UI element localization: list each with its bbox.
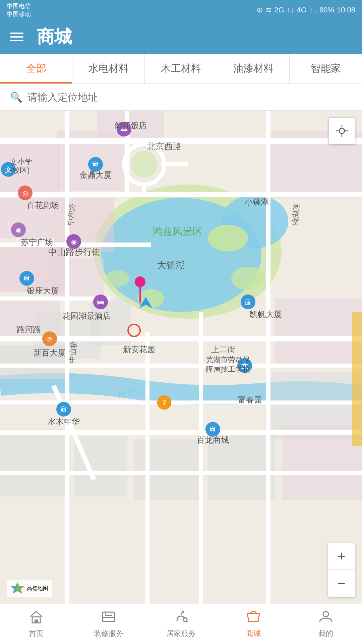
carrier-info: 中国电信 中国移动 — [7, 2, 31, 18]
gaode-icon — [11, 582, 24, 595]
zoom-out-button[interactable]: − — [328, 570, 355, 597]
svg-rect-21 — [275, 299, 362, 366]
svg-text:◉: ◉ — [16, 226, 21, 234]
nav-home-label: 首页 — [29, 629, 44, 639]
svg-text:苏宁广场: 苏宁广场 — [21, 237, 53, 247]
svg-rect-23 — [0, 429, 67, 496]
svg-text:北京西路: 北京西路 — [147, 141, 182, 151]
signal-bars-2-icon: ↑↓ — [309, 6, 317, 14]
svg-point-8 — [106, 270, 129, 287]
nav-mine[interactable]: 我的 — [290, 604, 362, 644]
bottom-nav: 首页 装修服务 居家服务 — [0, 604, 362, 644]
tab-water[interactable]: 水电材料 — [72, 54, 145, 84]
mine-icon — [318, 609, 333, 627]
svg-text:文小学: 文小学 — [10, 158, 32, 166]
gaode-text: 高德地图 — [27, 585, 48, 592]
locate-button[interactable] — [328, 117, 355, 144]
nav-home[interactable]: 首页 — [0, 604, 72, 644]
svg-text:银座大厦: 银座大厦 — [26, 286, 59, 295]
nav-home-service[interactable]: 居家服务 — [145, 604, 217, 644]
tab-wood[interactable]: 木工材料 — [145, 54, 217, 84]
svg-line-125 — [186, 621, 188, 622]
svg-text:上二街: 上二街 — [211, 345, 235, 354]
header: 商城 — [0, 20, 362, 54]
nav-home-service-label: 居家服务 — [166, 629, 196, 639]
search-input[interactable] — [27, 92, 352, 103]
category-tabs: 全部 水电材料 木工材料 油漆材料 智能家 — [0, 54, 362, 84]
wifi-icon: ≋ — [265, 6, 272, 14]
svg-marker-117 — [17, 582, 24, 594]
hamburger-menu[interactable] — [10, 33, 23, 41]
svg-rect-25 — [134, 439, 201, 500]
svg-text:◎: ◎ — [22, 190, 28, 197]
map-container[interactable]: 🛏 文 🏛 ◎ ◉ ◉ 🏛 🛏 🏛 🛍 文 🏛 — [0, 111, 362, 604]
svg-rect-120 — [35, 620, 38, 623]
status-icons: ⊕ ≋ 2G ↑↓ 4G ↑↓ 80% 10:08 — [257, 6, 355, 14]
signal-bars-icon: ↑↓ — [287, 6, 294, 14]
svg-text:路河路: 路河路 — [17, 325, 41, 334]
status-bar: 中国电信 中国移动 ⊕ ≋ 2G ↑↓ 4G ↑↓ 80% 10:08 — [0, 0, 362, 20]
map-svg: 🛏 文 🏛 ◎ ◉ ◉ 🏛 🛏 🏛 🛍 文 🏛 — [0, 111, 362, 604]
signal-icon: ⊕ — [257, 6, 263, 14]
svg-text:🏛: 🏛 — [209, 426, 216, 433]
svg-text:🏛: 🏛 — [23, 275, 30, 282]
svg-text:百花剧场: 百花剧场 — [27, 201, 59, 210]
svg-text:(校区): (校区) — [10, 166, 30, 174]
home-icon — [29, 609, 44, 627]
svg-rect-121 — [103, 612, 115, 622]
network-2g-icon: 2G — [274, 6, 284, 14]
search-bar: 🔍 — [0, 84, 362, 111]
svg-text:水木年华: 水木年华 — [48, 417, 80, 426]
svg-text:金鼎大厦: 金鼎大厦 — [79, 170, 112, 179]
svg-text:大镜湖: 大镜湖 — [157, 260, 185, 270]
svg-text:中山路步行街: 中山路步行街 — [48, 247, 101, 257]
svg-point-5 — [208, 225, 248, 252]
svg-text:🏛: 🏛 — [245, 299, 251, 306]
gaode-logo: 高德地图 — [7, 580, 52, 597]
svg-marker-118 — [11, 582, 17, 594]
svg-point-127 — [323, 611, 328, 617]
home-service-icon — [174, 609, 188, 627]
svg-point-81 — [139, 302, 141, 305]
svg-point-126 — [182, 611, 184, 613]
tab-paint[interactable]: 油漆材料 — [217, 54, 290, 84]
zoom-controls: + − — [328, 543, 355, 597]
svg-text:凯帆大厦: 凯帆大厦 — [250, 310, 282, 319]
nav-shop[interactable]: 商城 — [217, 604, 290, 644]
svg-rect-110 — [352, 312, 362, 446]
svg-text:🏛: 🏛 — [60, 406, 67, 413]
svg-rect-27 — [282, 426, 362, 500]
nav-decor-label: 装修服务 — [94, 629, 123, 639]
svg-point-79 — [135, 276, 145, 287]
svg-text:芜湖市劳动保: 芜湖市劳动保 — [206, 356, 250, 364]
search-icon: 🔍 — [10, 91, 22, 103]
svg-text:小镜湖: 小镜湖 — [245, 197, 269, 206]
svg-text:鸿兹风景区: 鸿兹风景区 — [153, 226, 203, 237]
zoom-in-button[interactable]: + — [328, 543, 355, 570]
svg-text:新安花园: 新安花园 — [123, 345, 155, 354]
svg-point-45 — [131, 151, 158, 178]
svg-text:🛍: 🛍 — [46, 335, 53, 343]
svg-text:7: 7 — [162, 399, 166, 407]
tab-all[interactable]: 全部 — [0, 54, 72, 84]
tab-smart[interactable]: 智能家 — [290, 54, 362, 84]
svg-text:障局技工学校: 障局技工学校 — [206, 365, 250, 373]
nav-shop-label: 商城 — [246, 629, 261, 639]
nav-mine-label: 我的 — [318, 629, 333, 639]
svg-point-6 — [231, 267, 265, 290]
svg-text:鸽江饭店: 鸽江饭店 — [115, 121, 147, 130]
svg-text:新百大厦: 新百大厦 — [34, 348, 66, 357]
svg-text:花园湖景酒店: 花园湖景酒店 — [62, 311, 111, 320]
svg-text:◉: ◉ — [71, 238, 77, 246]
page-title: 商城 — [37, 25, 72, 49]
svg-text:百龙商城: 百龙商城 — [197, 435, 229, 444]
svg-rect-24 — [74, 436, 127, 496]
network-4g-icon: 4G — [297, 6, 307, 14]
svg-text:🏛: 🏛 — [92, 161, 99, 168]
svg-point-111 — [339, 128, 345, 133]
time: 10:08 — [337, 6, 355, 14]
battery-icon: 80% — [319, 6, 334, 14]
nav-decor[interactable]: 装修服务 — [72, 604, 145, 644]
shop-icon — [246, 609, 261, 627]
svg-text:富春园: 富春园 — [238, 395, 262, 404]
